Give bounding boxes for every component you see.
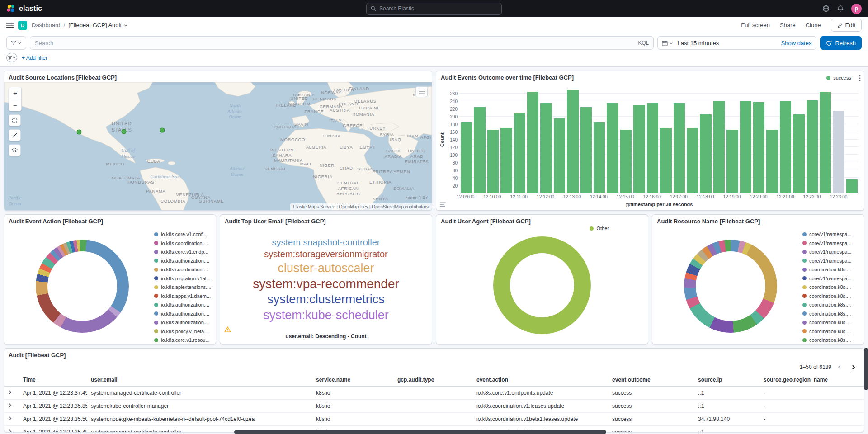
tag-cloud-term[interactable]: system:storageversionmigrator	[264, 249, 387, 259]
bar-12:16:30[interactable]	[660, 128, 671, 193]
map-tools-button[interactable]	[9, 144, 21, 156]
legend-item[interactable]: core/v1/namespa...	[802, 231, 859, 237]
bar-12:10:30[interactable]	[500, 128, 512, 193]
global-search[interactable]	[366, 3, 502, 15]
tag-cloud-term[interactable]: system:kube-scheduler	[263, 308, 389, 322]
saved-query-menu-button[interactable]	[6, 36, 26, 50]
refresh-button[interactable]: Refresh	[820, 36, 862, 50]
column-header-user.email[interactable]: user.email	[87, 373, 312, 387]
bar-12:09:00[interactable]	[461, 122, 472, 193]
legend-item[interactable]: io.k8s.apiextensions....	[154, 284, 211, 290]
legend-item[interactable]: io.k8s.apps.v1.daem...	[154, 293, 211, 299]
previous-page-button[interactable]	[834, 362, 845, 373]
panel-options-icon[interactable]	[859, 75, 861, 81]
full-screen-button[interactable]: Full screen	[741, 22, 770, 28]
bar-12:18:30[interactable]	[713, 101, 725, 193]
bar-12:19:30[interactable]	[740, 101, 751, 193]
bar-12:11:00[interactable]	[514, 113, 525, 193]
map-marker[interactable]	[121, 129, 126, 134]
bar-12:18:00[interactable]	[700, 114, 711, 193]
elastic-logo[interactable]	[6, 4, 15, 13]
legend-item[interactable]: io.k8s.authorization....	[154, 258, 211, 264]
query-input[interactable]	[35, 40, 634, 47]
menu-icon[interactable]	[6, 22, 14, 28]
bar-12:15:00[interactable]	[620, 130, 632, 193]
column-header-event.outcome[interactable]: event.outcome	[609, 373, 694, 387]
column-header-Time[interactable]: Time ↓	[19, 373, 87, 387]
share-button[interactable]: Share	[780, 22, 796, 28]
tag-cloud-term[interactable]: system:vpa-recommender	[253, 277, 399, 291]
bar-12:13:00[interactable]	[567, 90, 578, 193]
map-canvas[interactable]: UNITED STATESMEXICOCUBAGUATEMALAHONDURAS…	[4, 82, 432, 210]
resource-name-donut[interactable]	[684, 240, 777, 333]
show-dates-button[interactable]: Show dates	[777, 40, 816, 47]
legend-item[interactable]: core/v1/namespa...	[802, 276, 859, 281]
legend-item[interactable]: io.k8s.authorization....	[154, 302, 211, 307]
bar-12:19:00[interactable]	[726, 130, 738, 193]
column-header-source.geo.region_name[interactable]: source.geo.region_name	[760, 373, 864, 387]
column-header-event.action[interactable]: event.action	[473, 373, 609, 387]
tag-cloud-term[interactable]: cluster-autoscaler	[278, 261, 374, 275]
legend-item[interactable]: success	[833, 75, 851, 80]
legend-item[interactable]: coordination.k8s....	[802, 267, 859, 272]
expand-row-button[interactable]	[8, 403, 13, 408]
breadcrumb-dashboard-link[interactable]: Dashboard	[32, 22, 61, 28]
bar-12:10:00[interactable]	[487, 130, 499, 193]
bar-12:09:30[interactable]	[474, 107, 485, 193]
breadcrumb-current[interactable]: [Filebeat GCP] Audit	[68, 22, 128, 28]
column-header-gcp.audit.type[interactable]: gcp.audit.type	[394, 373, 473, 387]
clone-button[interactable]: Clone	[806, 22, 821, 28]
bar-12:23:30[interactable]	[846, 179, 858, 193]
global-search-input[interactable]	[379, 5, 497, 12]
legend-item[interactable]: core/v1/namespa...	[802, 241, 859, 246]
bar-12:22:30[interactable]	[820, 92, 831, 193]
map-layers-button[interactable]	[415, 86, 428, 97]
map-attribution[interactable]: Elastic Maps Service | OpenMapTiles | Op…	[290, 203, 432, 210]
tag-cloud-term[interactable]: system:clustermetrics	[267, 292, 385, 306]
bar-12:22:00[interactable]	[807, 100, 818, 193]
legend-item[interactable]: coordination.k8s....	[802, 311, 859, 316]
user-agent-donut[interactable]	[493, 236, 591, 334]
legend-item[interactable]: io.k8s.policy.v1beta....	[154, 329, 211, 334]
legend-item[interactable]: coordination.k8s....	[802, 302, 859, 307]
expand-row-button[interactable]	[8, 416, 13, 421]
add-filter-link[interactable]: + Add filter	[22, 55, 47, 61]
horizontal-scrollbar[interactable]	[234, 430, 606, 434]
bar-12:16:00[interactable]	[647, 103, 658, 193]
bar-12:20:00[interactable]	[753, 102, 764, 193]
bar-12:15:30[interactable]	[633, 105, 645, 193]
dashboard-app-badge[interactable]: D	[18, 21, 27, 30]
bar-12:21:30[interactable]	[793, 114, 804, 193]
column-header-service.name[interactable]: service.name	[312, 373, 394, 387]
bar-12:14:30[interactable]	[607, 103, 618, 193]
time-range-label[interactable]: Last 15 minutes	[677, 40, 776, 47]
alerts-icon[interactable]	[837, 5, 844, 12]
bar-12:17:00[interactable]	[674, 103, 685, 193]
vertical-scrollbar[interactable]	[864, 348, 868, 390]
legend-toggle-button[interactable]	[440, 202, 446, 207]
expand-row-button[interactable]	[8, 429, 13, 432]
bar-12:12:30[interactable]	[554, 118, 565, 193]
tag-cloud-term[interactable]: system:snapshot-controller	[272, 237, 380, 247]
kql-label[interactable]: KQL	[638, 40, 649, 46]
edit-button[interactable]: Edit	[831, 19, 862, 32]
map-measure-button[interactable]	[9, 129, 21, 141]
map-zoom-in-button[interactable]: +	[9, 87, 21, 99]
legend-item[interactable]: io.k8s.core.v1.resou...	[154, 337, 211, 343]
legend-item[interactable]: coordination.k8s....	[802, 293, 859, 299]
map-zoom-out-button[interactable]: −	[9, 99, 21, 111]
kql-query-input[interactable]: KQL	[30, 36, 654, 50]
expand-row-button[interactable]	[8, 390, 13, 395]
bar-12:23:00[interactable]	[833, 111, 844, 193]
legend-item[interactable]: io.k8s.coordination....	[154, 241, 211, 246]
legend-item[interactable]: io.k8s.authorization....	[154, 311, 211, 316]
legend-item[interactable]: core/v1/namespa...	[802, 258, 859, 264]
bar-12:11:30[interactable]	[527, 92, 538, 193]
map-marker[interactable]	[160, 128, 165, 133]
bar-12:12:00[interactable]	[540, 103, 552, 193]
legend-item[interactable]: core/v1/namespa...	[802, 249, 859, 255]
user-avatar[interactable]: p	[851, 4, 862, 14]
bar-12:21:00[interactable]	[780, 101, 791, 193]
legend-item[interactable]: io.k8s.migration.v1al...	[154, 276, 211, 281]
map-marker[interactable]	[76, 130, 81, 135]
